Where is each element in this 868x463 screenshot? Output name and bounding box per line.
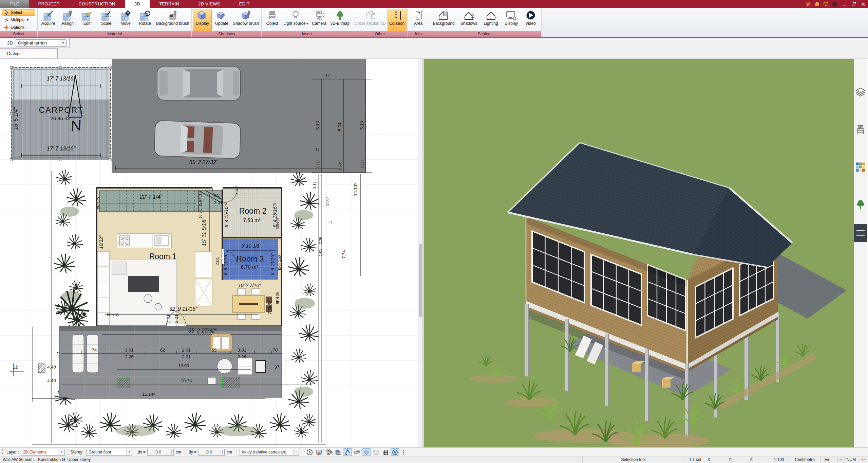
svg-text:7' 9/32"[interactable]: 7' 9/32": [267, 299, 272, 315]
svg-text:35' 2 27/32"[interactable]: 35' 2 27/32": [188, 328, 218, 334]
dx-input[interactable]: 0.0▲▼: [147, 449, 174, 456]
svg-text:2.01[interactable]: 2.01: [182, 348, 190, 353]
svg-text:6.70 m²[interactable]: 6.70 m²: [241, 264, 258, 270]
surface-icon[interactable]: [362, 448, 371, 456]
svg-text:5.01[interactable]: 5.01: [337, 122, 342, 131]
assign-button[interactable]: Assign: [58, 9, 77, 31]
tab-file[interactable]: FILE: [0, 0, 29, 8]
svg-text:15' 11 5/16"[interactable]: 15' 11 5/16": [201, 217, 207, 246]
area-button[interactable]: ?Area: [409, 9, 428, 31]
plants-icon[interactable]: [855, 199, 866, 210]
svg-text:17' 7 13/16"[interactable]: 17' 7 13/16": [47, 76, 76, 82]
car-top[interactable]: [157, 66, 241, 100]
state-toggle[interactable]: Ein: [820, 457, 834, 462]
tab-edit[interactable]: EDIT: [230, 0, 259, 8]
video-button[interactable]: Video: [521, 9, 540, 31]
svg-text:10' 2 7/16"[interactable]: 10' 2 7/16": [238, 283, 261, 288]
room-3[interactable]: Room 3 6.70 m² 9' 10 1/8" 6' 9 11/16" 6'…: [215, 239, 281, 280]
svg-text:12[interactable]: 12: [325, 73, 329, 77]
svg-text:2.01[interactable]: 2.01: [166, 314, 171, 323]
materials-icon[interactable]: [855, 161, 866, 173]
move-button[interactable]: Move: [116, 9, 135, 31]
viewport-3d[interactable]: [424, 59, 854, 447]
background-settings-button[interactable]: Background: [430, 9, 457, 31]
background-brush-button[interactable]: Background brush: [155, 9, 190, 31]
dy-input[interactable]: 0.0▲▼: [198, 449, 225, 456]
panel-expand-handle[interactable]: [854, 224, 867, 242]
display-shadows-button[interactable]: Display: [193, 9, 212, 31]
svg-text:Room 1[interactable]: Room 1: [149, 252, 177, 261]
plan-2d-canvas[interactable]: N 17' 7 13/16" CARPORT 26.95 m² 17' 7 13…: [0, 59, 422, 447]
svg-text:1.13[interactable]: 1.13: [312, 181, 316, 189]
select-button[interactable]: Select: [2, 9, 35, 16]
carport[interactable]: N 17' 7 13/16" CARPORT 26.95 m² 17' 7 13…: [10, 66, 111, 161]
svg-text:1.11⁵[interactable]: 1.11⁵: [360, 160, 364, 168]
coordinate-mode-select[interactable]: dx,dy (relative cartesian) ▼: [240, 449, 299, 456]
tab-terrain[interactable]: TERRAIN: [150, 0, 189, 8]
svg-text:BRH 75[interactable]: BRH 75: [96, 197, 100, 209]
bitmap-3d-button[interactable]: 3D-Bitmap: [329, 9, 351, 31]
svg-text:1.60⁵[interactable]: 1.60⁵: [338, 162, 342, 171]
package-icon[interactable]: [814, 1, 820, 7]
svg-text:5.13[interactable]: 5.13: [315, 121, 320, 129]
walls-icon[interactable]: [334, 448, 342, 456]
svg-text:4.40[interactable]: 4.40: [47, 378, 56, 383]
spinner-arrows-icon[interactable]: ▲▼: [220, 449, 224, 455]
svg-text:2.26[interactable]: 2.26: [125, 354, 133, 359]
help-icon[interactable]: ?: [831, 1, 838, 7]
svg-text:62[interactable]: 62: [160, 348, 165, 353]
svg-text:15.14⁵[interactable]: 15.14⁵: [142, 392, 155, 397]
svg-text:10.00[interactable]: 10.00: [178, 363, 189, 368]
svg-text:BRH 35[interactable]: BRH 35: [276, 292, 280, 304]
plan-2d-panel[interactable]: N 17' 7 13/16" CARPORT 26.95 m² 17' 7 13…: [0, 59, 423, 447]
svg-text:Room 2[interactable]: Room 2: [239, 207, 267, 215]
svg-text:6' 9 11/16"[interactable]: 6' 9 11/16": [270, 253, 275, 275]
close-button[interactable]: [859, 1, 867, 7]
svg-text:4.40[interactable]: 4.40: [47, 364, 56, 370]
camera-button[interactable]: Camera: [310, 9, 329, 31]
multiple-select-button[interactable]: Multiple▼: [2, 17, 35, 23]
tab-construction[interactable]: CONSTRUCTION: [69, 0, 125, 8]
svg-text:2.01[interactable]: 2.01: [215, 257, 220, 265]
camera-icon[interactable]: [324, 448, 333, 456]
hatch-marker-left[interactable]: [117, 378, 129, 388]
svg-text:26.95 m²[interactable]: 26.95 m²: [50, 115, 70, 121]
layer-select[interactable]: 2D-Elemente ▼: [21, 449, 65, 456]
car-bottom[interactable]: [154, 121, 241, 159]
svg-text:12[interactable]: 12: [315, 147, 319, 151]
grid-icon[interactable]: [381, 448, 390, 456]
svg-text:6' 9 11/16"[interactable]: 6' 9 11/16": [223, 253, 228, 275]
vertex-snap-icon[interactable]: [343, 448, 352, 456]
edit-material-button[interactable]: Edit: [77, 9, 96, 31]
room-2[interactable]: Room 2 7.53 m² 8' 4 15/16"⁵ 8' 4 15/16"⁵…: [223, 186, 281, 237]
svg-text:8' 4 15/16"⁵[interactable]: 8' 4 15/16"⁵: [224, 203, 229, 227]
svg-text:7.53 m²[interactable]: 7.53 m²: [243, 217, 261, 223]
display-settings-button[interactable]: Display: [502, 9, 521, 31]
measure-unit[interactable]: Centimetre: [789, 457, 820, 462]
options-button[interactable]: Options: [2, 24, 35, 31]
tab-3d[interactable]: 3D: [125, 0, 150, 8]
object-button[interactable]: Object: [263, 9, 282, 31]
svg-text:2.01[interactable]: 2.01: [214, 200, 222, 205]
collision-button[interactable]: Collision: [388, 9, 407, 31]
svg-text:2.01[interactable]: 2.01: [174, 314, 179, 323]
layers-icon[interactable]: [855, 87, 866, 98]
toolbar-drag-grip[interactable]: [2, 449, 4, 455]
svg-text:10.74[interactable]: 10.74: [181, 378, 192, 383]
layers-stack-icon[interactable]: [372, 448, 380, 456]
tools-icon[interactable]: [805, 1, 812, 7]
plan-vertical-scrollbar[interactable]: [418, 59, 422, 447]
svg-text:11[interactable]: 11: [329, 221, 333, 225]
minimize-button[interactable]: [840, 1, 848, 7]
svg-text:Room 3[interactable]: Room 3: [237, 254, 264, 263]
terrain-select[interactable]: Original terrain ▼: [16, 39, 67, 47]
svg-text:16' 5 1/4"[interactable]: 16' 5 1/4": [13, 107, 19, 130]
svg-text:74[interactable]: 74: [92, 348, 97, 353]
svg-text:35' 2 27/32"[interactable]: 35' 2 27/32": [189, 159, 219, 165]
scrollbar-thumb[interactable]: [419, 244, 422, 317]
svg-text:BRH 35[interactable]: BRH 35: [276, 217, 280, 229]
svg-text:2.93⁵[interactable]: 2.93⁵: [234, 186, 238, 195]
svg-text:BRH 35[interactable]: BRH 35: [107, 313, 119, 317]
clock-icon[interactable]: [305, 448, 314, 456]
svg-text:3.01[interactable]: 3.01: [238, 348, 246, 353]
